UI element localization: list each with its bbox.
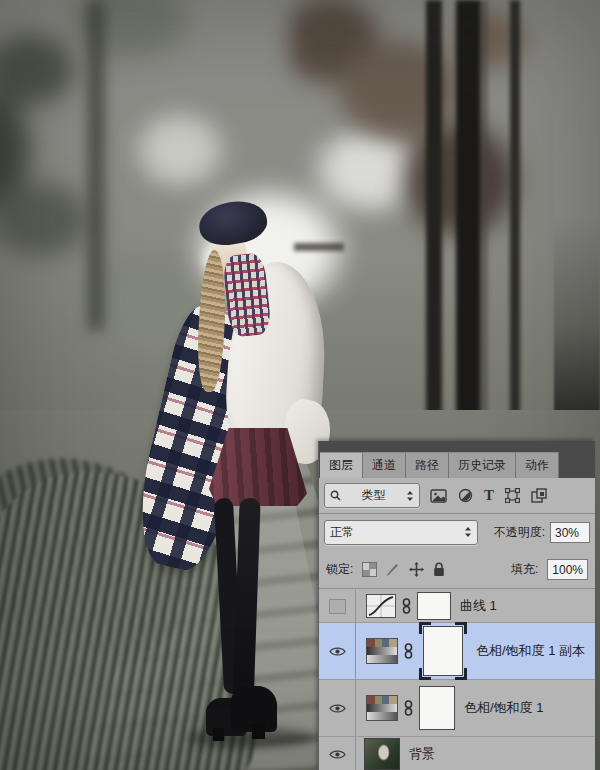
eye-icon: [329, 703, 346, 714]
lock-label: 锁定:: [326, 561, 353, 578]
tab-channels[interactable]: 通道: [363, 452, 406, 478]
layer-row-curves-1[interactable]: 曲线 1: [319, 590, 595, 623]
mask-link-icon[interactable]: [402, 598, 411, 614]
fill-field[interactable]: 100%: [547, 559, 588, 580]
filter-icon-group: T: [430, 488, 547, 503]
updown-arrows-icon: [406, 490, 414, 502]
mask-selection-corner: [419, 668, 431, 680]
photoshop-canvas: 图层 通道 路径 历史记录 动作 类型: [0, 0, 600, 770]
layer-name[interactable]: 背景: [409, 745, 435, 763]
layer-row-background[interactable]: 背景: [319, 737, 595, 770]
visibility-toggle[interactable]: [319, 590, 356, 622]
blend-mode-row: 正常 不透明度: 30%: [319, 514, 595, 550]
filter-kind-value: 类型: [362, 487, 386, 504]
lock-row: 锁定: 填充: 100%: [319, 550, 595, 589]
layer-row-hue-saturation-1[interactable]: 色相/饱和度 1: [319, 680, 595, 737]
curves-adjustment-icon[interactable]: [366, 594, 396, 618]
layer-mask-selected[interactable]: [419, 622, 467, 680]
visibility-off-well: [329, 599, 346, 614]
tab-actions[interactable]: 动作: [516, 452, 559, 478]
eye-icon: [329, 749, 346, 760]
opacity-label: 不透明度:: [494, 524, 545, 541]
visibility-toggle[interactable]: [319, 680, 356, 736]
lock-paint-icon[interactable]: [386, 562, 400, 576]
shape-filter-icon[interactable]: [505, 488, 520, 503]
lock-all-icon[interactable]: [433, 562, 445, 577]
mask-selection-corner: [455, 668, 467, 680]
tab-layers[interactable]: 图层: [320, 452, 363, 478]
adjustment-filter-icon[interactable]: [458, 488, 473, 503]
hue-saturation-adjustment-icon[interactable]: [366, 638, 398, 664]
filter-kind-select[interactable]: 类型: [324, 483, 420, 508]
layer-mask-thumbnail[interactable]: [417, 592, 451, 620]
mask-link-icon[interactable]: [404, 700, 413, 716]
layer-name[interactable]: 色相/饱和度 1: [464, 699, 543, 717]
layers-list: 曲线 1 色相/饱和度 1 副本: [319, 590, 595, 770]
pixel-layer-filter-icon[interactable]: [430, 489, 447, 503]
mask-selection-corner: [419, 622, 431, 634]
eye-icon: [329, 646, 346, 657]
layer-name[interactable]: 曲线 1: [460, 597, 497, 615]
fill-label: 填充:: [511, 561, 538, 578]
layers-panel: 图层 通道 路径 历史记录 动作 类型: [318, 441, 595, 770]
lock-transparency-icon[interactable]: [362, 562, 377, 577]
tab-history[interactable]: 历史记录: [449, 452, 516, 478]
opacity-field[interactable]: 30%: [550, 522, 590, 543]
mask-link-icon[interactable]: [404, 643, 413, 659]
layer-row-hue-saturation-1-copy[interactable]: 色相/饱和度 1 副本: [319, 623, 595, 680]
tab-paths[interactable]: 路径: [406, 452, 449, 478]
blend-mode-select[interactable]: 正常: [324, 520, 478, 545]
search-icon: [330, 490, 341, 501]
panel-tab-strip: 图层 通道 路径 历史记录 动作: [319, 441, 595, 478]
layer-mask-thumbnail[interactable]: [419, 686, 455, 730]
hue-saturation-adjustment-icon[interactable]: [366, 695, 398, 721]
background-layer-thumbnail[interactable]: [364, 738, 400, 770]
smart-object-filter-icon[interactable]: [531, 488, 547, 503]
visibility-toggle[interactable]: [319, 623, 356, 679]
layer-filter-row: 类型 T: [319, 478, 595, 514]
lock-move-icon[interactable]: [409, 562, 424, 577]
visibility-toggle[interactable]: [319, 737, 356, 770]
layer-name[interactable]: 色相/饱和度 1 副本: [476, 642, 585, 660]
blend-mode-value: 正常: [330, 524, 354, 541]
updown-arrows-icon: [464, 526, 472, 538]
type-filter-icon[interactable]: T: [484, 488, 494, 503]
mask-selection-corner: [455, 622, 467, 634]
